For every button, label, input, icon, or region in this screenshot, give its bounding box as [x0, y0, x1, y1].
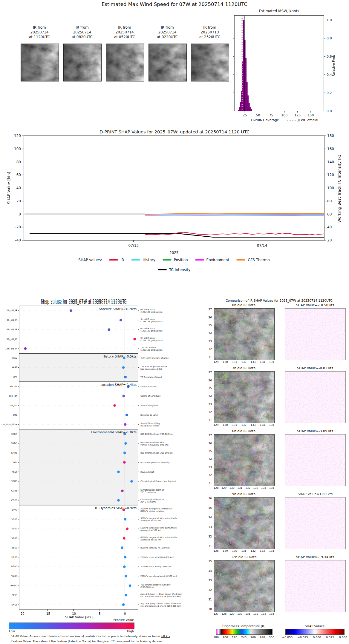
- timeseries-ylabel-left: SHAP Value [kts]: [6, 136, 11, 240]
- svg-text:40: 40: [16, 186, 21, 190]
- ir-thumbnail-2: IR from20250714at 0820UTC: [63, 25, 101, 42]
- ir-thumbnail-3: IR from20250714at 0520UTC: [106, 25, 143, 42]
- svg-text:60: 60: [16, 173, 21, 177]
- histogram-ylabel: Relative Prob: [330, 27, 336, 104]
- latitude-ticks: 37363534333231: [205, 308, 213, 360]
- ir-shap-comparison-title: Comparison of IR SHAP Values for 2025_07…: [209, 299, 349, 302]
- ir-map-title: 0h old IR Data: [214, 303, 274, 307]
- svg-text:140: 140: [327, 160, 334, 164]
- ir-data-map: [214, 371, 275, 423]
- comparison-row-3h: 3h old IR Data 37363534333231 1291301311…: [0, 366, 349, 429]
- feature-value-low-label: Low: [9, 630, 15, 633]
- shap-values-colorbar: [285, 629, 345, 635]
- ir-satellite-image: [63, 44, 102, 81]
- timeseries-legend-row1: SHAP values: IRHistoryPositionEnvironmen…: [24, 258, 324, 262]
- feature-value-colorbar: [9, 623, 134, 629]
- ir-data-map: [214, 434, 275, 486]
- comparison-row-6h: 6h old IR Data 37363534333231 1281291301…: [0, 429, 349, 492]
- shap-values-colorbar-ticks: −0.050−0.0250.0000.0250.050: [282, 636, 347, 639]
- svg-text:120: 120: [327, 173, 334, 177]
- latitude-ticks: 353433323130: [205, 560, 213, 611]
- shap-map-title: SHAP Value=-3.09 kts: [285, 429, 345, 433]
- svg-text:-20: -20: [15, 225, 21, 229]
- ir-map-title: 12h old IR Data: [214, 555, 274, 559]
- timeseries-ylabel-right: Working Best Track TC Intensity [kt]: [336, 136, 342, 240]
- shap-value-map: [285, 434, 346, 486]
- timeseries-content: 120100806040200-20-401801601401201008060…: [14, 134, 334, 248]
- timeseries-legend-row2: TC Intensity: [24, 268, 324, 272]
- shap-map-title: SHAP Value=1.89 kts: [285, 492, 345, 496]
- legend-title: SHAP values:: [78, 258, 102, 262]
- shap-map-title: SHAP Value=-19.34 kts: [285, 555, 345, 559]
- d-print-dashboard: Estimated Max Wind Speed for 07W at 2025…: [0, 0, 349, 644]
- comparison-row-9h: 9h old IR Data 363534333231 128129130131…: [0, 492, 349, 555]
- dprint-average-line-swatch: [240, 120, 249, 120]
- shap-timeseries-plot: 120100806040200-20-401801601401201008060…: [6, 128, 349, 261]
- svg-text:50: 50: [256, 113, 260, 117]
- svg-text:20: 20: [16, 199, 21, 203]
- shap-value-map: [285, 497, 346, 549]
- comparison-row-0h: 0h old IR Data 37363534333231 1291301311…: [0, 303, 349, 366]
- legend-item-position: Position: [163, 258, 188, 262]
- ir-thumbnail-caption: IR from20250714at 0820UTC: [63, 25, 101, 42]
- legend-item-dprint-average: D-PRINT average: [240, 118, 279, 122]
- latitude-ticks: 363534333231: [205, 497, 213, 549]
- ir-satellite-image: [21, 44, 59, 81]
- svg-text:40: 40: [327, 225, 332, 229]
- ir-data-map: [214, 308, 275, 360]
- svg-text:0: 0: [19, 212, 21, 216]
- brightness-temperature-colorbar: [216, 629, 273, 635]
- brightness-temperature-colorbar-label: Brightness Temperature [K]: [216, 624, 272, 628]
- svg-text:1.0: 1.0: [327, 18, 332, 22]
- svg-text:100: 100: [281, 113, 287, 117]
- svg-text:07/13: 07/13: [128, 244, 139, 248]
- legend-item-environment: Environment: [195, 258, 229, 262]
- longitude-ticks: 129130131132133134135: [214, 360, 274, 364]
- legend-item-ir: IR: [109, 258, 124, 262]
- page-title: Estimated Max Wind Speed for 07W at 2025…: [0, 1, 349, 7]
- series-TC Intensity: [30, 234, 324, 237]
- svg-text:25: 25: [243, 113, 247, 117]
- ir-map-title: 3h old IR Data: [214, 366, 274, 370]
- ir-data-map: [214, 497, 275, 549]
- histogram-legend: D-PRINT average JTWC official: [209, 118, 349, 122]
- series-History: [146, 214, 324, 215]
- svg-text:60: 60: [327, 212, 332, 216]
- comparison-row-12h: 12h old IR Data 353433323130 12712812913…: [0, 555, 349, 618]
- shap-map-title: SHAP Value=-10.50 kts: [285, 303, 345, 307]
- shap-value-note: SHAP Value: Amount each feature [listed …: [11, 634, 203, 638]
- ir-satellite-image: [149, 44, 187, 81]
- longitude-ticks: 127128129130131132133134: [214, 612, 274, 616]
- latitude-ticks: 37363534333231: [205, 371, 213, 423]
- shap-values-colorbar-label: SHAP Values: [285, 624, 344, 628]
- svg-text:75: 75: [269, 113, 273, 117]
- ir-thumbnail-4: IR from20250714at 0220UTC: [149, 25, 186, 42]
- msw-histogram: 0.00.20.40.60.81.0255075100125150: [209, 8, 349, 128]
- longitude-ticks: 129130131132133134135: [214, 423, 274, 427]
- ir-thumbnail-caption: IR from20250714at 1120UTC: [21, 25, 58, 42]
- shap-map-title: SHAP Value=-0.81 kts: [285, 366, 345, 370]
- svg-text:125: 125: [294, 113, 301, 117]
- feature-value-high-label: High: [122, 630, 134, 633]
- longitude-ticks: 128129130131132133134: [214, 549, 274, 553]
- svg-text:80: 80: [16, 160, 21, 164]
- shap-value-map: [285, 308, 346, 360]
- legend-item-tc-intensity: TC Intensity: [158, 268, 190, 272]
- feature-value-label: Feature Value: [75, 618, 134, 622]
- ir-map-title: 6h old IR Data: [214, 429, 274, 433]
- legend-item-gfs-thermo: GFS Thermo: [236, 258, 270, 262]
- ir-map-title: 9h old IR Data: [214, 492, 274, 496]
- jtwc-official-dotted-swatch: [287, 120, 296, 121]
- svg-text:100: 100: [327, 186, 334, 190]
- feature-value-note: Feature Value: The value of the feature …: [11, 640, 203, 643]
- svg-text:07/14: 07/14: [257, 244, 267, 248]
- ir-data-map: [214, 560, 275, 612]
- svg-text:120: 120: [14, 134, 21, 138]
- legend-item-jtwc-official: JTWC official: [287, 118, 318, 122]
- histogram-content: 0.00.20.40.60.81.0255075100125150: [233, 16, 332, 117]
- longitude-ticks: 128129130131132133134135: [214, 486, 274, 490]
- ir-thumbnail-caption: IR from20250714at 0220UTC: [149, 25, 186, 42]
- svg-text:150: 150: [307, 113, 314, 117]
- svg-text:160: 160: [327, 147, 334, 151]
- latitude-ticks: 37363534333231: [205, 434, 213, 486]
